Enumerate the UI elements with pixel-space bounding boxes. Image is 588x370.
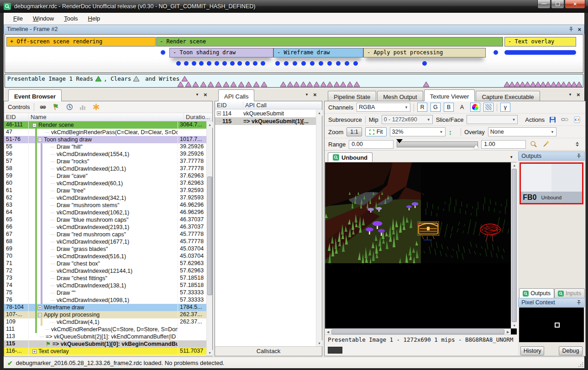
- write-usage-triangle[interactable]: [280, 81, 287, 87]
- timeline-event-dot[interactable]: [275, 61, 280, 66]
- write-usage-triangle[interactable]: [320, 81, 327, 87]
- menu-tools[interactable]: Tools: [59, 14, 83, 23]
- bookmark-star-icon[interactable]: [91, 103, 100, 112]
- tab-outputs[interactable]: Outputs: [519, 288, 554, 298]
- color-wheel-button[interactable]: [470, 103, 480, 112]
- event-row-eid-62[interactable]: 62vkCmdDrawIndexed(342,1)37.92593: [4, 194, 206, 202]
- column-eid[interactable]: EID: [4, 113, 29, 121]
- column-name[interactable]: Name: [29, 113, 184, 121]
- write-usage-triangle[interactable]: [287, 81, 294, 87]
- write-usage-triangle[interactable]: [326, 81, 333, 87]
- link-icon[interactable]: [560, 115, 569, 124]
- event-row-eid-76[interactable]: 76vkCmdDrawIndexed(1098,1)57.33333: [4, 297, 206, 304]
- write-usage-triangle[interactable]: [238, 81, 245, 87]
- timeline-event-dot[interactable]: [336, 61, 341, 66]
- column-api-call[interactable]: API Call: [243, 101, 322, 109]
- write-usage-triangle[interactable]: [261, 81, 268, 87]
- event-row-eid-46-111[interactable]: 46-111−Render scene3064.7...: [4, 121, 206, 129]
- write-usage-triangle[interactable]: [177, 81, 184, 87]
- timeline-marker-1[interactable]: + Off-screen scene rendering: [6, 37, 156, 47]
- range-slider[interactable]: [397, 141, 478, 148]
- dock-menu-icon[interactable]: ▼: [568, 93, 572, 97]
- zoom-fit-button[interactable]: Fit: [365, 127, 387, 136]
- zoom-1to1-button[interactable]: 1:1: [346, 127, 362, 136]
- dock-close-icon[interactable]: ×: [313, 91, 317, 98]
- channel-alpha-button[interactable]: A: [457, 103, 467, 112]
- tab-inputs[interactable]: Inputs: [554, 288, 585, 298]
- tab-mesh-output[interactable]: Mesh Output: [377, 91, 423, 101]
- event-row-eid-116-...[interactable]: 116-...+Text overlay511.7037: [4, 348, 206, 355]
- range-min-input[interactable]: 0.00: [349, 140, 394, 149]
- timeline-close-icon[interactable]: ×: [578, 26, 581, 33]
- toolbar-overflow-button[interactable]: [572, 140, 582, 149]
- tab-texture-viewer[interactable]: Texture Viewer: [424, 89, 475, 101]
- timeline-event-dot[interactable]: [230, 61, 235, 66]
- timeline-marker-2[interactable]: - Render scene: [156, 37, 503, 47]
- event-row-eid-58[interactable]: 58vkCmdDrawIndexed(120,1)37.77778: [4, 165, 206, 172]
- minimize-button[interactable]: —: [537, 0, 551, 9]
- alpha-checker-button[interactable]: [483, 103, 493, 112]
- maximize-button[interactable]: ▢: [551, 0, 564, 9]
- menu-file[interactable]: File: [8, 14, 28, 23]
- event-row-eid-66[interactable]: 66vkCmdDrawIndexed(2193,1)46.37037: [4, 224, 206, 231]
- zoom-range-magnifier-icon[interactable]: [529, 140, 538, 149]
- event-row-eid-68[interactable]: 68vkCmdDrawIndexed(1677,1)45.77778: [4, 238, 206, 245]
- write-usage-triangle[interactable]: [230, 81, 237, 87]
- event-row-eid-67[interactable]: 67Draw "red mushroom caps"45.77778: [4, 231, 206, 238]
- pin-icon[interactable]: [568, 26, 574, 32]
- timeline-event-dot[interactable]: [184, 61, 189, 66]
- timeline-event-dot[interactable]: [301, 61, 306, 66]
- api-calls-scrollbar[interactable]: ▲ ▼: [316, 110, 322, 346]
- overlay-combo[interactable]: None ▼: [488, 127, 556, 136]
- find-event-icon[interactable]: [38, 103, 47, 112]
- event-row-eid-113[interactable]: 113=> vkQueueSubmit(2)[1]: vkEndCommandB…: [4, 333, 206, 340]
- timeline-event-dot[interactable]: [293, 61, 297, 66]
- tab-pipeline-state[interactable]: Pipeline State: [328, 91, 376, 101]
- timeline-event-dot[interactable]: [327, 61, 332, 66]
- expand-icon[interactable]: +: [217, 111, 221, 115]
- write-usage-triangle[interactable]: [576, 81, 583, 87]
- event-row-eid-55[interactable]: 55Draw "hill"39.25926: [4, 143, 206, 151]
- callstack-bar[interactable]: Callstack: [215, 346, 322, 356]
- api-row-eid-114[interactable]: +114vkQueueSubmit: [215, 109, 322, 117]
- range-max-input[interactable]: 1.00: [481, 140, 526, 149]
- timeline-submarker-1[interactable]: - Toon shading draw: [169, 48, 273, 57]
- debug-button[interactable]: Debug: [559, 346, 583, 355]
- write-usage-triangle[interactable]: [223, 81, 230, 87]
- pixel-context-view[interactable]: [519, 307, 584, 342]
- viewport-vscrollbar[interactable]: ▲ ▼: [511, 162, 517, 328]
- channel-red-button[interactable]: R: [417, 103, 427, 112]
- timeline-event-dot[interactable]: [215, 61, 219, 66]
- timeline-event-dot[interactable]: [353, 61, 358, 66]
- pin-icon[interactable]: [576, 153, 582, 159]
- write-usage-triangle[interactable]: [192, 81, 199, 87]
- column-duration[interactable]: Duratio...: [184, 113, 212, 121]
- write-usage-triangle[interactable]: [253, 81, 260, 87]
- timeline-event-dot[interactable]: [345, 61, 349, 66]
- autofit-wand-icon[interactable]: [541, 140, 551, 149]
- timeline-event-pill[interactable]: [504, 50, 576, 55]
- timeline-event-dot[interactable]: [253, 61, 257, 66]
- gamma-button[interactable]: γ: [500, 103, 510, 112]
- timeline-event-dot[interactable]: [319, 61, 323, 66]
- write-usage-triangle[interactable]: [185, 81, 192, 87]
- tab-event-browser[interactable]: Event Browser: [8, 89, 62, 101]
- tab-api-calls[interactable]: API Calls: [218, 89, 254, 101]
- slice-face-combo[interactable]: ▼: [467, 115, 518, 124]
- menu-help[interactable]: Help: [83, 14, 105, 23]
- event-row-eid-69[interactable]: 69Draw "grass blades"45.03704: [4, 245, 206, 253]
- event-row-eid-107-...[interactable]: 107-...−Apply post processing262.37...: [4, 311, 206, 318]
- event-row-eid-63[interactable]: 63Draw "mushroom stems"46.96296: [4, 202, 206, 209]
- event-row-eid-111[interactable]: 111vkCmdEndRenderPass(C=Store, D=Store, …: [4, 326, 206, 333]
- event-row-eid-72[interactable]: 72vkCmdDrawIndexed(12144,1)57.62963: [4, 267, 206, 275]
- channel-blue-button[interactable]: B: [444, 103, 454, 112]
- menu-window[interactable]: Window: [28, 14, 59, 23]
- texture-viewport[interactable]: ▲ ▼ ◀ ▶: [325, 162, 517, 334]
- collapse-icon[interactable]: −: [38, 313, 42, 317]
- channel-green-button[interactable]: G: [430, 103, 441, 112]
- resize-grip[interactable]: [578, 362, 583, 367]
- timeline-event-dot[interactable]: [284, 61, 289, 66]
- texture-tab-unbound[interactable]: Unbound: [328, 152, 373, 162]
- event-row-eid-70[interactable]: 70vkCmdDrawIndexed(516,1)45.03704: [4, 253, 206, 260]
- event-row-eid-74[interactable]: 74vkCmdDrawIndexed(138,1)57.18518: [4, 282, 206, 289]
